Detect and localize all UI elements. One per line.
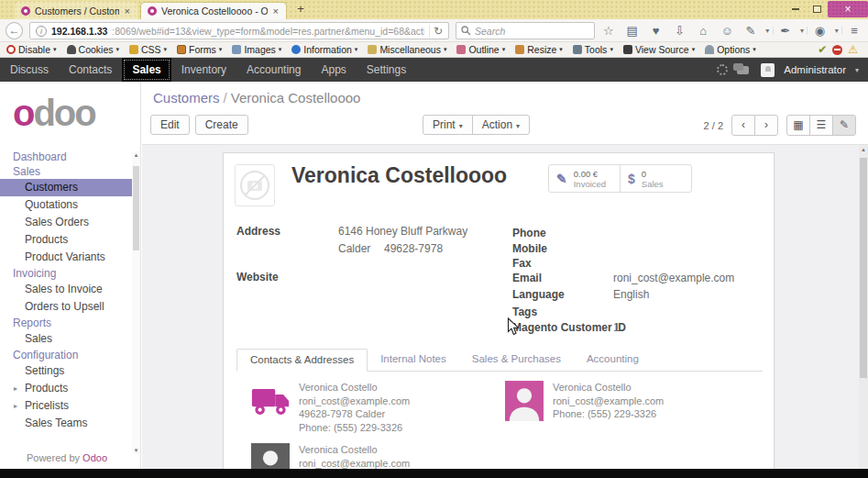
contact-card-person[interactable]: Veronica Costello roni_cost@example.com … — [505, 381, 664, 421]
nav-item-accounting[interactable]: Accounting — [236, 58, 311, 82]
devtool-cookies[interactable]: Cookies▾ — [67, 44, 119, 55]
devtool-disable[interactable]: Disable▾ — [6, 44, 57, 55]
tab-close-icon[interactable]: × — [272, 6, 280, 17]
devtool-css[interactable]: CSS▾ — [129, 44, 167, 55]
sidebar-section-invoicing: Invoicing — [0, 266, 133, 281]
nav-item-settings[interactable]: Settings — [357, 58, 416, 82]
invoiced-stat-button[interactable]: ✎ 0.00 € Invoiced — [548, 164, 621, 193]
warning-icon[interactable]: ⚠ — [848, 43, 858, 56]
sidebar-item-sales-report[interactable]: Sales — [0, 330, 133, 348]
sidebar-item-config-products[interactable]: ▸Products — [0, 380, 133, 397]
highlighter-icon[interactable]: ✎ — [739, 22, 763, 39]
nav-item-apps[interactable]: Apps — [311, 58, 356, 82]
tab-internal-notes[interactable]: Internal Notes — [368, 349, 459, 371]
chevron-down-icon[interactable]: ▾ — [831, 27, 842, 35]
action-dropdown[interactable]: Action▾ — [472, 115, 530, 135]
powered-by-odoo-link[interactable]: Odoo — [82, 452, 107, 463]
site-info-icon[interactable]: i — [36, 26, 47, 37]
nav-item-sales[interactable]: Sales — [122, 58, 170, 82]
user-menu[interactable]: Administrator — [784, 64, 846, 75]
devtool-tools[interactable]: Tools▾ — [573, 44, 613, 55]
devtool-outline[interactable]: Outline▾ — [456, 44, 505, 55]
devtool-resize[interactable]: Resize▾ — [515, 44, 563, 55]
pager-next-button[interactable]: › — [754, 115, 778, 136]
hamburger-menu-icon[interactable]: ≡ — [842, 22, 866, 39]
devtool-information[interactable]: Information▾ — [291, 44, 357, 55]
kanban-view-button[interactable]: ▦ — [786, 115, 810, 136]
print-dropdown[interactable]: Print▾ — [423, 115, 473, 135]
sidebar-item-pricelists[interactable]: ▸Pricelists — [0, 397, 133, 415]
avatar[interactable] — [761, 63, 775, 77]
tab-accounting[interactable]: Accounting — [574, 349, 652, 371]
tab-close-icon[interactable]: × — [124, 6, 131, 17]
devtool-miscellaneous[interactable]: Miscellaneous▾ — [368, 44, 446, 55]
url-bar[interactable]: i 192.168.1.33 :8069/web#id=13&view_type… — [29, 22, 449, 39]
breadcrumb-customers-link[interactable]: Customers — [153, 90, 220, 106]
main-scrollbar[interactable]: ▴ — [859, 145, 868, 470]
odoo-favicon — [21, 6, 30, 16]
nav-item-contacts[interactable]: Contacts — [59, 58, 122, 82]
messages-icon[interactable] — [737, 66, 749, 74]
sidebar-item-sales-orders[interactable]: Sales Orders — [0, 214, 133, 231]
devtool-view-source[interactable]: View Source▾ — [623, 44, 695, 55]
themes-icon[interactable]: ◉ — [808, 22, 831, 39]
scrollbar-thumb[interactable] — [860, 158, 867, 378]
expand-arrow-icon[interactable]: ▸ — [14, 397, 17, 415]
nav-user-area: Administrator ▾ — [717, 63, 868, 77]
chevron-down-icon[interactable]: ▾ — [855, 66, 859, 74]
home-icon[interactable]: ⌂ — [691, 22, 715, 39]
browser-tab-2[interactable]: Veronica Costelloooo - O... × — [140, 2, 287, 19]
window-maximize-button[interactable] — [807, 1, 827, 17]
back-button[interactable]: ← — [5, 22, 23, 39]
downloads-icon[interactable]: ⇩ — [667, 22, 691, 39]
error-icon[interactable] — [832, 45, 842, 55]
sidebar-item-quotations[interactable]: Quotations — [0, 196, 133, 214]
form-view-button[interactable]: ✎ — [832, 115, 856, 136]
sidebar-item-sales-teams[interactable]: Sales Teams — [0, 415, 133, 432]
gear-icon[interactable] — [717, 64, 728, 75]
chevron-down-icon: ▾ — [279, 46, 282, 53]
bookmarks-icon[interactable]: ▤ — [621, 22, 644, 39]
sales-stat-button[interactable]: $ 0 Sales — [620, 164, 692, 193]
devtool-options[interactable]: Options▾ — [705, 44, 756, 55]
feedback-icon[interactable]: ☺ — [715, 22, 739, 39]
email-value[interactable]: roni_cost@example.com — [613, 272, 734, 284]
sidebar-item-settings[interactable]: Settings — [0, 362, 133, 380]
scroll-up-icon[interactable]: ▴ — [132, 151, 140, 159]
window-close-button[interactable]: × — [828, 1, 868, 17]
nav-item-inventory[interactable]: Inventory — [171, 58, 236, 82]
eyedropper-icon[interactable]: ✒ — [774, 22, 797, 39]
tab-sales-purchases[interactable]: Sales & Purchases — [459, 349, 574, 371]
contact-card-shipping[interactable]: Veronica Costello roni_cost@example.com … — [251, 381, 410, 434]
scrollbar-thumb[interactable] — [133, 166, 139, 250]
pager-prev-button[interactable]: ‹ — [731, 115, 755, 136]
pocket-icon[interactable]: ♥ — [644, 22, 668, 39]
expand-arrow-icon[interactable]: ▸ — [14, 380, 17, 397]
new-tab-button[interactable]: + — [293, 2, 308, 16]
window-minimize-button[interactable] — [786, 1, 806, 17]
search-input[interactable] — [475, 26, 576, 37]
reload-icon[interactable]: ↻ — [429, 25, 443, 38]
tab-contacts-addresses[interactable]: Contacts & Addresses — [236, 349, 368, 372]
devtool-images[interactable]: Images▾ — [232, 44, 281, 55]
search-box[interactable] — [456, 22, 595, 39]
scroll-up-icon[interactable]: ▴ — [859, 146, 868, 153]
list-view-button[interactable]: ☰ — [809, 115, 833, 136]
valid-check-icon[interactable]: ✔ — [818, 43, 827, 56]
sidebar-item-orders-to-upsell[interactable]: Orders to Upsell — [0, 298, 133, 316]
nav-item-discuss[interactable]: Discuss — [0, 58, 59, 82]
sidebar-item-products[interactable]: Products — [0, 231, 133, 249]
sidebar-item-customers[interactable]: Customers — [0, 179, 133, 196]
devtool-forms[interactable]: Forms▾ — [177, 44, 222, 55]
edit-button[interactable]: Edit — [150, 115, 190, 135]
sidebar-item-sales-to-invoice[interactable]: Sales to Invoice — [0, 281, 133, 298]
chevron-down-icon[interactable]: ▾ — [797, 27, 808, 35]
sidebar-item-product-variants[interactable]: Product Variants — [0, 249, 133, 266]
bookmark-star-icon[interactable]: ☆ — [597, 22, 621, 39]
screen: Customers / Customers / ... × Veronica C… — [0, 0, 868, 478]
sidebar-scrollbar[interactable]: ▴ ▾ — [132, 151, 140, 454]
odoo-logo[interactable]: odoo — [13, 94, 95, 131]
create-button[interactable]: Create — [195, 115, 248, 135]
browser-tab-1[interactable]: Customers / Customers / ... × — [15, 2, 137, 19]
chevron-down-icon[interactable]: ▾ — [763, 27, 774, 35]
